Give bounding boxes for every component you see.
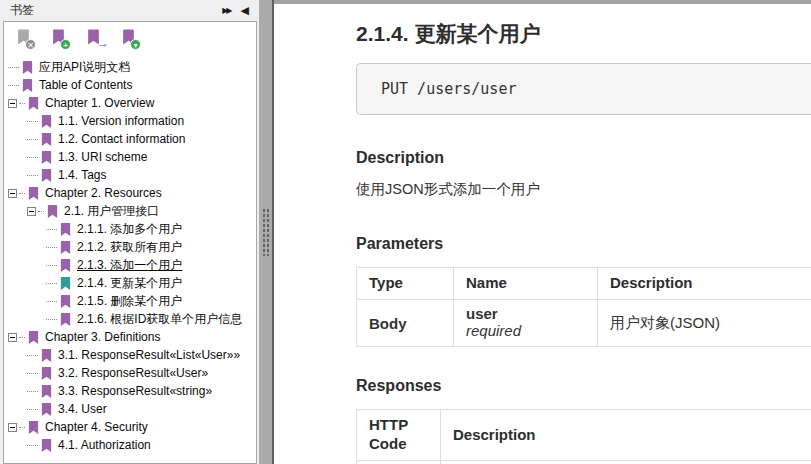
bookmark-label: 1.2. Contact information (58, 132, 185, 146)
endpoint-code-block: PUT /users/user (356, 63, 811, 115)
new-bookmark-icon[interactable]: + (50, 28, 71, 50)
bookmark-label: 4.1. Authorization (58, 438, 151, 452)
tree-connector (8, 85, 19, 86)
bookmark-item[interactable]: Chapter 1. Overview (4, 94, 256, 112)
responses-heading: Responses (356, 377, 811, 395)
tree-connector (27, 373, 38, 374)
bookmark-label: Chapter 4. Security (45, 420, 148, 434)
tree-connector (27, 409, 38, 410)
bookmark-icon (40, 114, 53, 129)
bookmark-item[interactable]: Chapter 4. Security (4, 418, 256, 436)
section-heading: 2.1.4. 更新某个用户 (356, 20, 811, 48)
tree-connector (46, 265, 57, 266)
expand-bookmarks-icon[interactable]: ▾ (120, 28, 141, 50)
bookmark-item[interactable]: Chapter 2. Resources (4, 184, 256, 202)
bookmark-label: 2.1.6. 根据ID获取单个用户信息 (77, 311, 242, 328)
delete-bookmark-icon[interactable]: ✕ (15, 28, 36, 50)
tree-connector (27, 355, 38, 356)
bookmark-label: 3.1. ResponseResult«List«User»» (58, 348, 240, 362)
bookmark-icon (21, 60, 34, 75)
bookmark-item[interactable]: 1.2. Contact information (4, 130, 256, 148)
parameters-table: Type Name Description Body user required… (356, 267, 811, 347)
tree-connector (46, 229, 57, 230)
splitter-grip-icon[interactable] (262, 208, 270, 256)
bookmark-item[interactable]: 2.1.6. 根据ID获取单个用户信息 (4, 310, 256, 328)
bookmark-label: 1.4. Tags (58, 168, 106, 182)
bookmark-item[interactable]: 应用API说明文档 (4, 58, 256, 76)
tree-connector (27, 175, 38, 176)
bookmark-label: Chapter 1. Overview (45, 96, 154, 110)
bookmark-item[interactable]: 1.4. Tags (4, 166, 256, 184)
responses-table: HTTP Code Description (356, 409, 811, 464)
collapse-panel-icon[interactable]: ◀ (241, 4, 249, 17)
bookmarks-panel: 书签 ▶▶ ◀ ✕ + → ▾ 应用API (0, 0, 259, 464)
tree-connector (19, 103, 25, 104)
bookmark-item[interactable]: 2.1.2. 获取所有用户 (4, 238, 256, 256)
bookmark-label: 2.1.3. 添加一个用户 (77, 257, 182, 274)
bookmark-icon (40, 366, 53, 381)
bookmark-icon (59, 240, 72, 255)
document-view: 2.1.4. 更新某个用户 PUT /users/user Descriptio… (274, 0, 811, 464)
panel-title: 书签 (10, 2, 34, 19)
bookmark-label: 2.1.5. 删除某个用户 (77, 293, 182, 310)
col-header-name: Name (454, 268, 598, 300)
tree-connector (27, 121, 38, 122)
panel-splitter[interactable] (259, 0, 274, 464)
tree-collapse-toggle[interactable] (8, 333, 17, 342)
col-header-description: Description (598, 268, 811, 300)
tree-connector (27, 445, 38, 446)
bookmark-item[interactable]: 3.1. ResponseResult«List«User»» (4, 346, 256, 364)
bookmark-item[interactable]: 1.1. Version information (4, 112, 256, 130)
dock-panel-icon[interactable]: ▶▶ (222, 6, 230, 15)
parameters-heading: Parameters (356, 235, 811, 253)
col-header-http-code: HTTP Code (357, 410, 441, 461)
bookmark-item[interactable]: 2.1.5. 删除某个用户 (4, 292, 256, 310)
bookmark-item[interactable]: 3.2. ResponseResult«User» (4, 364, 256, 382)
bookmark-label: 应用API说明文档 (39, 59, 130, 76)
bookmark-icon (27, 420, 40, 435)
bookmark-label: 1.3. URI scheme (58, 150, 147, 164)
bookmark-label: 2.1.1. 添加多个用户 (77, 221, 182, 238)
bookmark-item[interactable]: 2.1.3. 添加一个用户 (4, 256, 256, 274)
bookmark-label: Chapter 3. Definitions (45, 330, 160, 344)
tree-collapse-toggle[interactable] (8, 423, 17, 432)
bookmark-item[interactable]: 4.1. Authorization (4, 436, 256, 454)
table-row: Body user required 用户对象(JSON) (357, 299, 811, 347)
tree-connector (8, 67, 19, 68)
col-header-type: Type (357, 268, 454, 300)
bookmark-item[interactable]: Chapter 3. Definitions (4, 328, 256, 346)
param-required-note: required (466, 322, 585, 340)
bookmark-icon (40, 384, 53, 399)
add-badge: + (60, 39, 71, 50)
tree-connector (27, 391, 38, 392)
bookmark-item[interactable]: Table of Contents (4, 76, 256, 94)
bookmark-icon (59, 258, 72, 273)
table-row (357, 460, 811, 464)
tree-collapse-toggle[interactable] (8, 189, 17, 198)
bookmark-item[interactable]: 2.1.1. 添加多个用户 (4, 220, 256, 238)
bookmark-item[interactable]: 1.3. URI scheme (4, 148, 256, 166)
tree-connector (27, 139, 38, 140)
bookmark-label: 2.1.4. 更新某个用户 (77, 275, 182, 292)
tree-connector (19, 337, 25, 338)
bookmark-icon (59, 312, 72, 327)
table-header-row: Type Name Description (357, 268, 811, 300)
bookmark-icon (59, 294, 72, 309)
bookmark-label: 2.1. 用户管理接口 (64, 203, 159, 220)
bookmark-item[interactable]: 3.4. User (4, 400, 256, 418)
tree-collapse-toggle[interactable] (27, 207, 36, 216)
bookmarks-panel-header: 书签 ▶▶ ◀ (0, 0, 259, 21)
bookmark-item[interactable]: 2.1. 用户管理接口 (4, 202, 256, 220)
bookmark-label: 2.1.2. 获取所有用户 (77, 239, 182, 256)
tree-connector (19, 193, 25, 194)
goto-badge: → (97, 38, 108, 49)
tree-connector (19, 427, 25, 428)
param-name-cell: user required (454, 299, 598, 347)
bookmark-icon (27, 330, 40, 345)
bookmark-item[interactable]: 3.3. ResponseResult«string» (4, 382, 256, 400)
goto-bookmark-icon[interactable]: → (85, 28, 106, 50)
bookmark-item[interactable]: 2.1.4. 更新某个用户 (4, 274, 256, 292)
col-header-description: Description (441, 410, 811, 461)
bookmark-icon (21, 78, 34, 93)
tree-collapse-toggle[interactable] (8, 99, 17, 108)
